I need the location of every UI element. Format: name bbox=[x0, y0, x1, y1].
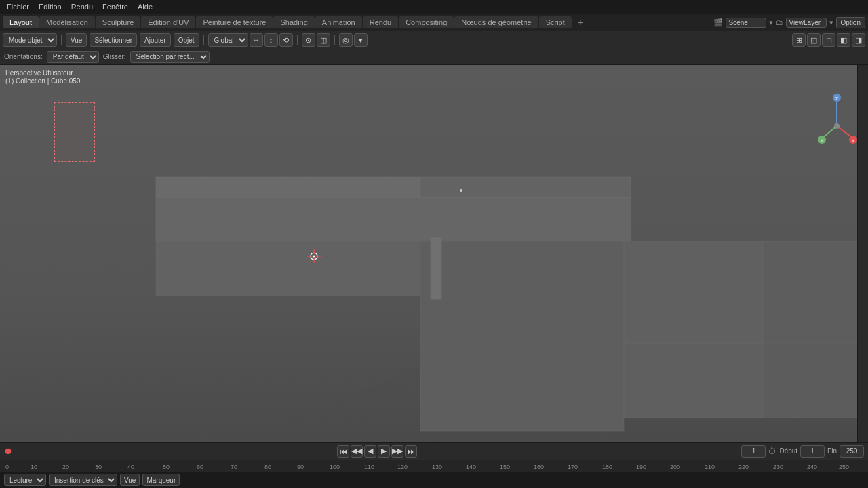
menu-edition[interactable]: Édition bbox=[35, 1, 66, 12]
mode-select[interactable]: Mode objet bbox=[3, 33, 57, 47]
marqueur-btn[interactable]: Marqueur bbox=[142, 474, 180, 486]
tab-sculpture[interactable]: Sculpture bbox=[96, 16, 140, 28]
proportional-icon-1[interactable]: ◎ bbox=[339, 33, 353, 47]
tick-80: 80 bbox=[264, 464, 271, 470]
playback-controls: ⏮ ◀◀ ◀ ▶ ▶▶ ⏭ bbox=[337, 445, 417, 458]
svg-rect-36 bbox=[624, 241, 763, 343]
svg-rect-34 bbox=[156, 241, 420, 296]
footer-bar: Lecture Insertion de clés Vue Marqueur bbox=[0, 472, 868, 488]
tab-edition-uv[interactable]: Édition d'UV bbox=[141, 16, 195, 28]
selection-select[interactable]: Sélection par rect... bbox=[130, 51, 210, 63]
vue-footer-btn[interactable]: Vue bbox=[120, 474, 140, 486]
timeline-numbers[interactable]: 0 10 20 30 40 50 60 70 80 90 100 110 120… bbox=[0, 460, 868, 472]
frame-controls: ⏱ Début Fin bbox=[741, 445, 864, 458]
tick-150: 150 bbox=[500, 464, 510, 470]
tab-script[interactable]: Script bbox=[539, 16, 572, 28]
tick-220: 220 bbox=[738, 464, 749, 470]
play-jump-end[interactable]: ⏭ bbox=[405, 445, 417, 458]
insertion-select[interactable]: Insertion de clés bbox=[49, 474, 117, 486]
record-btn[interactable]: ⏺ bbox=[4, 446, 13, 456]
options-button[interactable]: Option bbox=[836, 17, 865, 28]
viewport-icon-1[interactable]: ⊞ bbox=[792, 33, 806, 47]
tick-230: 230 bbox=[773, 464, 783, 470]
tick-180: 180 bbox=[602, 464, 612, 470]
svg-text:Y: Y bbox=[821, 138, 824, 143]
separator-2 bbox=[203, 35, 204, 45]
subheader: Orientations: Par défaut Glisser: Sélect… bbox=[0, 49, 868, 65]
svg-rect-39 bbox=[763, 343, 865, 418]
orientation-select[interactable]: Par défaut bbox=[47, 51, 99, 63]
tab-compositing[interactable]: Compositing bbox=[399, 16, 454, 28]
orientations-label: Orientations: bbox=[4, 53, 43, 60]
svg-rect-32 bbox=[156, 177, 420, 197]
timeline-bar: ⏺ ⏮ ◀◀ ◀ ▶ ▶▶ ⏭ ⏱ Début Fin bbox=[0, 442, 868, 460]
viewport-icon-3[interactable]: ◻ bbox=[822, 33, 835, 47]
svg-rect-38 bbox=[624, 343, 763, 418]
transform-icon-2[interactable]: ↕ bbox=[264, 33, 278, 47]
snap-icon-1[interactable]: ⊙ bbox=[302, 33, 315, 47]
start-frame-input[interactable] bbox=[800, 445, 825, 458]
tick-70: 70 bbox=[231, 464, 237, 470]
tab-rendu[interactable]: Rendu bbox=[363, 16, 398, 28]
tab-add-button[interactable]: + bbox=[572, 16, 589, 29]
play-jump-start[interactable]: ⏮ bbox=[337, 445, 349, 458]
tick-160: 160 bbox=[534, 464, 544, 470]
view-layer-icon: 🗂 bbox=[776, 18, 783, 26]
objet-button[interactable]: Objet bbox=[174, 33, 199, 47]
svg-rect-35 bbox=[420, 241, 624, 431]
proportional-icon-2[interactable]: ▾ bbox=[354, 33, 368, 47]
clock-icon: ⏱ bbox=[768, 447, 776, 456]
vue-button[interactable]: Vue bbox=[66, 33, 87, 47]
tick-250: 250 bbox=[839, 464, 849, 470]
play-prev-frame[interactable]: ◀ bbox=[364, 445, 376, 458]
end-frame-input[interactable] bbox=[840, 445, 864, 458]
scene-selector[interactable]: Scene bbox=[726, 18, 766, 28]
tab-animation[interactable]: Animation bbox=[315, 16, 362, 28]
svg-point-56 bbox=[834, 123, 840, 129]
debut-label: Début bbox=[779, 447, 797, 455]
separator-3 bbox=[297, 35, 298, 45]
current-frame-input[interactable] bbox=[741, 445, 766, 458]
tick-240: 240 bbox=[807, 464, 817, 470]
tab-shading[interactable]: Shading bbox=[273, 16, 314, 28]
play-button[interactable]: ▶ bbox=[378, 445, 390, 458]
menu-fichier[interactable]: Fichier bbox=[3, 1, 33, 12]
transform-icon-1[interactable]: ↔ bbox=[250, 33, 263, 47]
svg-rect-40 bbox=[431, 238, 441, 299]
proportional-group: ◎ ▾ bbox=[339, 33, 368, 47]
scene-options-icon: ▾ bbox=[769, 18, 773, 27]
viewport-icon-5[interactable]: ◨ bbox=[852, 33, 865, 47]
tick-200: 200 bbox=[670, 464, 680, 470]
tick-130: 130 bbox=[432, 464, 442, 470]
viewport-gizmo[interactable]: Z X Y bbox=[816, 92, 857, 160]
viewport-wrapper[interactable]: Perspective Utilisateur (1) Collection |… bbox=[0, 65, 868, 442]
scene-area[interactable]: Perspective Utilisateur (1) Collection |… bbox=[0, 65, 868, 442]
transform-icon-3[interactable]: ⟲ bbox=[279, 33, 293, 47]
viewport-icon-2[interactable]: ◱ bbox=[807, 33, 821, 47]
selectionner-button[interactable]: Sélectionner bbox=[90, 33, 137, 47]
tab-layout[interactable]: Layout bbox=[3, 16, 39, 28]
separator-4 bbox=[334, 35, 335, 45]
play-prev-keyframe[interactable]: ◀◀ bbox=[351, 445, 363, 458]
tick-90: 90 bbox=[297, 464, 304, 470]
view-layer-selector[interactable]: ViewLayer bbox=[786, 18, 827, 28]
global-select[interactable]: Global bbox=[208, 33, 248, 47]
tab-peinture-texture[interactable]: Peinture de texture bbox=[196, 16, 273, 28]
menu-rendu[interactable]: Rendu bbox=[67, 1, 97, 12]
tick-100: 100 bbox=[330, 464, 340, 470]
play-next-frame[interactable]: ▶▶ bbox=[391, 445, 403, 458]
tab-noeuds-geometrie[interactable]: Nœuds de géométrie bbox=[454, 16, 538, 28]
fin-label: Fin bbox=[827, 447, 837, 455]
ajouter-button[interactable]: Ajouter bbox=[140, 33, 171, 47]
tab-modelisation[interactable]: Modélisation bbox=[39, 16, 95, 28]
svg-rect-33 bbox=[420, 177, 631, 197]
lecture-select[interactable]: Lecture bbox=[4, 474, 46, 486]
viewport-icon-4[interactable]: ◧ bbox=[837, 33, 850, 47]
menu-fenetre[interactable]: Fenêtre bbox=[98, 1, 132, 12]
transform-group: Global ↔ ↕ ⟲ bbox=[208, 33, 293, 47]
header-toolbar: Mode objet Vue Sélectionner Ajouter Obje… bbox=[0, 31, 868, 49]
snap-icon-2[interactable]: ◫ bbox=[317, 33, 330, 47]
tick-120: 120 bbox=[397, 464, 408, 470]
tick-190: 190 bbox=[636, 464, 646, 470]
menu-aide[interactable]: Aide bbox=[134, 1, 157, 12]
